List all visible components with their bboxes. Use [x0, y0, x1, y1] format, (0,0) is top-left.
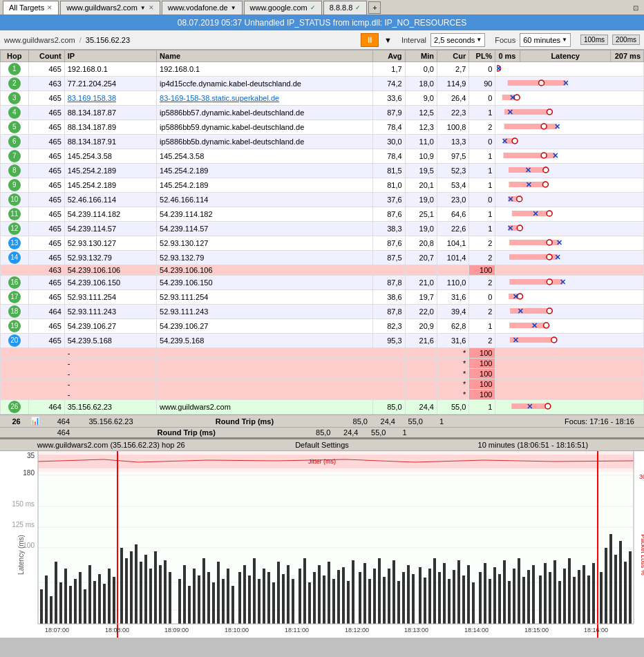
min-cell: 10,9: [405, 149, 437, 164]
hop-cell: [1, 359, 29, 369]
rt2-label: Round Trip (ms): [70, 428, 303, 437]
focus-input[interactable]: 60 minutes ▼: [520, 33, 571, 47]
title-bar: 08.07.2019 05:37 Unhandled IP_STATUS fro…: [0, 15, 644, 30]
cur-cell: 104,1: [437, 236, 468, 251]
name-cell: 54.239.106.150: [157, 276, 373, 290]
svg-text:18:07:00: 18:07:00: [45, 627, 69, 634]
interval-input[interactable]: 2,5 seconds ▼: [430, 33, 485, 47]
svg-rect-149: [299, 569, 301, 624]
hop-cell: 1: [1, 62, 29, 77]
svg-point-53: [547, 254, 552, 260]
svg-rect-131: [207, 572, 210, 624]
name-cell: 52.93.132.79: [157, 251, 373, 265]
table-row: -*100: [1, 359, 644, 369]
col-hop: Hop: [1, 50, 29, 62]
count-cell: 465: [28, 178, 64, 193]
avg-cell: 95,3: [373, 334, 405, 348]
col-avg: Avg: [373, 50, 405, 62]
name-cell: [157, 348, 373, 359]
svg-rect-125: [178, 579, 181, 624]
cur-cell: 100,8: [437, 120, 468, 135]
round-trip-bar: 464 Round Trip (ms) 85,0 24,4 55,0 1: [0, 427, 644, 438]
resize-handle[interactable]: ⊡: [633, 4, 638, 12]
min-cell: 11,0: [405, 135, 437, 149]
focus-dropdown-icon[interactable]: ▼: [562, 37, 567, 43]
ms100-button[interactable]: 100ms: [580, 35, 608, 45]
avg-cell: 82,3: [373, 319, 405, 334]
pause-button[interactable]: ⏸: [361, 33, 379, 47]
count-cell: 465: [28, 120, 64, 135]
status-bar: 26 📊 464 35.156.62.23 Round Trip (ms) 85…: [0, 415, 644, 427]
table-row: 2046554.239.5.16854.239.5.16895,321,631,…: [1, 334, 644, 348]
pl-cell: 2: [469, 276, 495, 290]
svg-rect-181: [457, 560, 460, 624]
cur-cell: *: [437, 379, 468, 390]
count-cell: 465: [28, 62, 64, 77]
svg-rect-98: [40, 589, 43, 624]
svg-rect-153: [318, 565, 321, 624]
cur-cell: 53,4: [437, 178, 468, 193]
ip-cell: 77.21.204.254: [64, 77, 156, 91]
avg-cell: [373, 348, 405, 359]
tab-vodafone[interactable]: www.vodafone.de ▼: [162, 1, 243, 15]
svg-point-21: [512, 138, 518, 144]
hop-cell: [1, 348, 29, 359]
tab-close-all[interactable]: ✕: [47, 4, 53, 11]
table-body: 1465192.168.0.1192.168.0.11,70,02,702463…: [1, 62, 644, 415]
col-latency-left: 0 ms: [495, 50, 520, 62]
svg-rect-211: [609, 534, 612, 624]
address-separator: /: [79, 36, 82, 44]
count-cell: 465: [28, 207, 64, 222]
min-cell: [405, 348, 437, 359]
table-row: -*100: [1, 390, 644, 400]
count-cell: 465: [28, 91, 64, 106]
tab-888[interactable]: 8.8.8.8 ✓: [323, 1, 368, 15]
svg-rect-184: [472, 582, 475, 624]
tab-google[interactable]: www.google.com ✓: [244, 1, 322, 15]
svg-rect-141: [258, 579, 261, 624]
svg-rect-115: [125, 558, 128, 624]
pause-dropdown-icon[interactable]: ▼: [384, 36, 392, 44]
svg-point-29: [543, 167, 549, 173]
svg-point-9: [515, 95, 520, 100]
table-row: 1465192.168.0.1192.168.0.11,70,02,70: [1, 62, 644, 77]
add-tab-button[interactable]: +: [368, 1, 381, 14]
rt2-pl: 1: [386, 428, 407, 437]
svg-rect-167: [388, 569, 390, 624]
hop-cell: 10: [1, 193, 29, 207]
tab-close-gw[interactable]: ✕: [149, 4, 154, 11]
tab-all-targets[interactable]: All Targets ✕: [3, 1, 59, 15]
svg-rect-146: [282, 574, 285, 624]
tab-guildwars[interactable]: www.guildwars2.com ▼ ✕: [60, 1, 160, 15]
svg-rect-108: [88, 565, 91, 624]
ip-cell: 54.239.106.150: [64, 276, 156, 290]
pl-cell: 100: [469, 359, 495, 369]
svg-rect-158: [342, 567, 345, 624]
svg-rect-207: [587, 575, 590, 624]
tab-dropdown-icon[interactable]: ▼: [140, 5, 146, 11]
min-cell: 25,1: [405, 207, 437, 222]
interval-value: 2,5 seconds: [434, 36, 475, 44]
focus-value: 60 minutes: [523, 36, 560, 44]
tab-dropdown-icon[interactable]: ▼: [231, 5, 236, 11]
count-cell: 465: [28, 319, 64, 334]
svg-rect-201: [558, 581, 561, 624]
name-cell: ip4d15ccfe.dynamic.kabel-deutschland.de: [157, 77, 373, 91]
ms200-button[interactable]: 200ms: [612, 35, 640, 45]
pl-cell: 2: [469, 305, 495, 319]
ip-cell: 192.168.0.1: [64, 62, 156, 77]
interval-dropdown-icon[interactable]: ▼: [476, 37, 482, 43]
cur-cell: 64,6: [437, 207, 468, 222]
cur-cell: 23,0: [437, 193, 468, 207]
pl-cell: 1: [469, 149, 495, 164]
svg-point-5: [539, 80, 544, 86]
svg-rect-191: [508, 581, 511, 624]
count-cell: 464: [28, 305, 64, 319]
col-pl: PL%: [469, 50, 495, 62]
title-text: 08.07.2019 05:37 Unhandled IP_STATUS fro…: [178, 18, 466, 28]
svg-rect-154: [323, 575, 325, 624]
hop-cell: 7: [1, 149, 29, 164]
svg-rect-156: [332, 579, 335, 624]
min-cell: [405, 390, 437, 400]
cur-cell: 114,9: [437, 77, 468, 91]
